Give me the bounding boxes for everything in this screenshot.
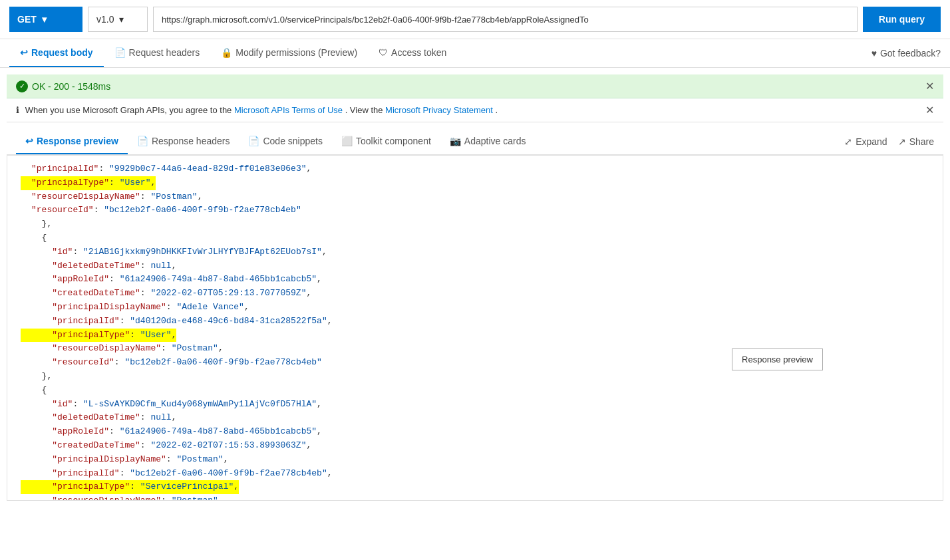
access-token-icon: 🛡 <box>379 47 388 58</box>
response-headers-label: Response headers <box>152 136 230 146</box>
status-text: OK - 200 - 1548ms <box>32 81 110 92</box>
info-text-after: . <box>496 105 498 115</box>
tab-request-headers[interactable]: 📄 Request headers <box>104 39 211 67</box>
feedback-button[interactable]: ♥ Got feedback? <box>871 48 941 59</box>
request-body-icon: ↩ <box>20 47 28 58</box>
response-actions: ⤢ Expand ↗ Share <box>844 136 934 147</box>
tab-adaptive-cards[interactable]: 📷 Adaptive cards <box>440 129 536 154</box>
response-headers-icon: 📄 <box>137 136 148 146</box>
tab-code-snippets[interactable]: 📄 Code snippets <box>239 129 332 154</box>
info-text: ℹ When you use Microsoft Graph APIs, you… <box>16 105 498 115</box>
tab-request-body[interactable]: ↩ Request body <box>9 39 104 67</box>
code-container[interactable]: "principalId": "9929b0c7-44a6-4ead-829d-… <box>7 155 943 501</box>
feedback-label: Got feedback? <box>880 48 941 59</box>
status-ok: ✓ OK - 200 - 1548ms <box>16 80 110 92</box>
tab-response-headers[interactable]: 📄 Response headers <box>128 129 239 154</box>
code-snippets-icon: 📄 <box>248 136 259 146</box>
adaptive-cards-icon: 📷 <box>450 136 461 146</box>
status-close-button[interactable]: ✕ <box>925 80 934 92</box>
info-close-button[interactable]: ✕ <box>925 104 934 116</box>
heart-icon: ♥ <box>871 48 877 59</box>
adaptive-cards-label: Adaptive cards <box>464 136 526 146</box>
request-headers-label: Request headers <box>129 47 200 58</box>
request-tabs-row: ↩ Request body 📄 Request headers 🔒 Modif… <box>0 39 950 68</box>
tab-access-token[interactable]: 🛡 Access token <box>368 39 457 67</box>
access-token-label: Access token <box>391 47 446 58</box>
terms-of-use-link[interactable]: Microsoft APIs Terms of Use <box>234 105 343 115</box>
share-button[interactable]: ↗ Share <box>898 136 934 147</box>
top-bar: GET ▾ v1.0 ▾ Run query <box>0 0 950 39</box>
code-content: "principalId": "9929b0c7-44a6-4ead-829d-… <box>7 156 943 501</box>
code-snippets-label: Code snippets <box>263 136 323 146</box>
expand-icon: ⤢ <box>844 136 852 147</box>
response-tabs-row: ↩ Response preview 📄 Response headers 📄 … <box>7 129 943 155</box>
response-preview-icon: ↩ <box>25 136 33 146</box>
method-label: GET <box>17 14 37 25</box>
request-headers-icon: 📄 <box>114 47 126 58</box>
method-chevron-icon: ▾ <box>42 14 47 25</box>
share-label: Share <box>909 136 934 147</box>
response-preview-label: Response preview <box>37 136 118 146</box>
status-bar: ✓ OK - 200 - 1548ms ✕ <box>7 74 943 98</box>
version-chevron-icon: ▾ <box>119 14 124 25</box>
version-label: v1.0 <box>96 14 114 25</box>
status-check-icon: ✓ <box>16 80 28 92</box>
run-query-button[interactable]: Run query <box>863 7 941 32</box>
info-text-middle: . View the <box>345 105 383 115</box>
info-text-before: When you use Microsoft Graph APIs, you a… <box>25 105 232 115</box>
modify-permissions-label: Modify permissions (Preview) <box>236 47 357 58</box>
info-bar: ℹ When you use Microsoft Graph APIs, you… <box>7 98 943 122</box>
share-icon: ↗ <box>898 136 906 147</box>
tab-response-preview[interactable]: ↩ Response preview <box>16 129 128 154</box>
request-body-label: Request body <box>31 47 93 58</box>
version-select[interactable]: v1.0 ▾ <box>88 7 148 32</box>
expand-button[interactable]: ⤢ Expand <box>844 136 887 147</box>
tab-toolkit-component[interactable]: ⬜ Toolkit component <box>332 129 440 154</box>
toolkit-icon: ⬜ <box>341 136 353 146</box>
toolkit-label: Toolkit component <box>356 136 431 146</box>
expand-label: Expand <box>856 136 887 147</box>
method-select[interactable]: GET ▾ <box>9 7 82 32</box>
info-icon: ℹ <box>16 105 19 115</box>
privacy-statement-link[interactable]: Microsoft Privacy Statement <box>385 105 493 115</box>
url-input[interactable] <box>153 7 858 32</box>
modify-permissions-icon: 🔒 <box>221 47 232 58</box>
tab-modify-permissions[interactable]: 🔒 Modify permissions (Preview) <box>210 39 368 67</box>
